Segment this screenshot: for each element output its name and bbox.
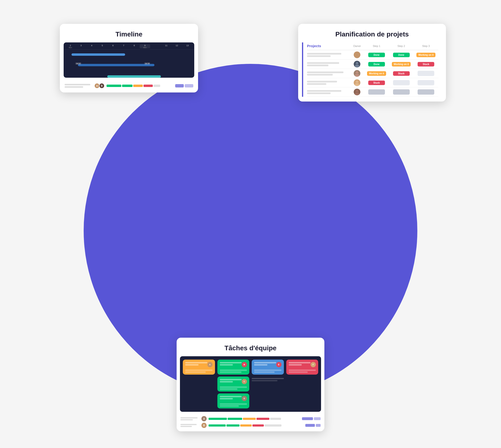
timeline-summary: A B bbox=[60, 80, 198, 93]
plan-cell-3-3 bbox=[414, 71, 438, 76]
day-col-8: 9 Mon bbox=[140, 44, 150, 48]
card-header-2a: B bbox=[220, 362, 247, 367]
svg-point-8 bbox=[356, 90, 358, 92]
ts-btn-2a[interactable] bbox=[305, 424, 315, 427]
card-avatar-4: F bbox=[310, 362, 316, 367]
status-stuck-2: Stuck bbox=[393, 71, 410, 76]
plan-row-1: Done Done Working on it bbox=[307, 50, 438, 60]
day-col-9 bbox=[150, 44, 161, 48]
bar-green-1 bbox=[107, 85, 121, 87]
plan-row-1-name bbox=[307, 53, 350, 57]
ts-bar-g4 bbox=[226, 424, 240, 427]
taches-title: Tâches d'équipe bbox=[177, 338, 324, 356]
ts-bars-1 bbox=[209, 418, 300, 420]
svg-point-2 bbox=[356, 62, 358, 64]
gantt-rows: Jul 12 Jul 19 bbox=[64, 51, 194, 75]
card-title-lines-4 bbox=[289, 362, 311, 366]
plan-cell-4-1: Stuck bbox=[364, 80, 389, 85]
ts-bars-2 bbox=[209, 424, 303, 427]
card-avatar-2c: D bbox=[242, 396, 247, 401]
ts-avatar-1: A bbox=[201, 416, 207, 421]
plan-row-2-owner bbox=[350, 61, 364, 67]
kanban-col-2: B C bbox=[217, 360, 250, 408]
planification-title: Planification de projets bbox=[298, 24, 446, 42]
bar-orange bbox=[133, 85, 143, 87]
card-title-lines-1 bbox=[185, 362, 207, 366]
plan-cell-3-1: Working on it bbox=[364, 71, 389, 76]
main-scene: Timeline 2 Mon 3 4 5 6 7 8 9 Mon 1 bbox=[36, 10, 465, 438]
day-col-10: 11 bbox=[161, 44, 172, 48]
bar-red bbox=[144, 85, 153, 87]
card-title-lines-2a bbox=[220, 362, 242, 366]
header-projects: Projects bbox=[307, 44, 350, 48]
kanban-card-4: F bbox=[286, 360, 318, 375]
day-col-11: 12 bbox=[172, 44, 182, 48]
day-col-12: 13 bbox=[182, 44, 193, 48]
taches-summary: A B bbox=[177, 415, 324, 431]
plan-cell-2-3: Stuck bbox=[414, 62, 438, 66]
plan-cell-2-1: Done bbox=[364, 62, 389, 66]
day-col-2: 3 bbox=[76, 44, 86, 48]
day-col-7: 8 bbox=[129, 44, 140, 48]
bar-green-2 bbox=[122, 85, 133, 87]
ts-btn-1a[interactable] bbox=[302, 417, 313, 420]
plan-row-5 bbox=[307, 87, 438, 97]
badge-empty-3 bbox=[418, 80, 434, 85]
ts-bar-o2 bbox=[240, 424, 252, 427]
plan-row-1-owner bbox=[350, 51, 364, 58]
svg-point-1 bbox=[355, 55, 359, 58]
plan-cell-1-2: Done bbox=[389, 53, 414, 57]
svg-point-3 bbox=[355, 64, 359, 67]
plan-avatar-4 bbox=[354, 79, 360, 86]
gantt-bar-1 bbox=[71, 53, 125, 56]
card-title-lines-2c bbox=[220, 396, 242, 400]
plan-cell-2-2: Working on it bbox=[389, 62, 414, 66]
card-title-lines-2b bbox=[220, 379, 242, 383]
status-stuck-1: Stuck bbox=[418, 62, 434, 66]
timeline-card: Timeline 2 Mon 3 4 5 6 7 8 9 Mon 1 bbox=[60, 24, 198, 93]
ts-bar-g3 bbox=[209, 424, 226, 427]
ts-nav-1 bbox=[302, 417, 321, 420]
plan-cell-4-3 bbox=[414, 80, 438, 85]
card-header-2b: C bbox=[220, 379, 247, 384]
ts-nav-2 bbox=[305, 424, 321, 427]
plan-row-2: Done Working on it Stuck bbox=[307, 60, 438, 69]
plan-row-3-owner bbox=[350, 70, 364, 77]
plan-table-wrapper: Projects Owner Step 1 Step 2 Step 3 bbox=[302, 42, 442, 97]
taches-summary-row-2: B bbox=[180, 423, 321, 428]
kanban-board: A B bbox=[180, 356, 321, 412]
status-working-3: Working on it bbox=[367, 71, 386, 76]
card-body-2a bbox=[220, 369, 247, 373]
nav-btn-1[interactable] bbox=[175, 84, 184, 87]
ts-btn-2b[interactable] bbox=[316, 424, 321, 427]
plan-row-3: Working on it Stuck bbox=[307, 69, 438, 78]
bar-gray bbox=[153, 85, 160, 87]
plan-cell-5-3 bbox=[414, 89, 438, 95]
svg-point-7 bbox=[355, 83, 359, 86]
card-title-lines-3 bbox=[254, 362, 276, 366]
header-step2: Step 2 bbox=[389, 45, 414, 48]
kanban-col-3: E bbox=[252, 360, 284, 408]
badge-light-1 bbox=[368, 89, 385, 95]
ts-bar-gr2 bbox=[265, 424, 282, 427]
svg-point-9 bbox=[355, 93, 359, 95]
plan-row-2-name bbox=[307, 62, 350, 66]
plan-cell-1-1: Done bbox=[364, 53, 389, 57]
badge-empty-2 bbox=[393, 80, 410, 85]
status-stuck-3: Stuck bbox=[368, 80, 385, 85]
kanban-card-2c: D bbox=[217, 393, 250, 408]
ts-avatar-2: B bbox=[201, 423, 207, 428]
timeline-nav-buttons bbox=[175, 84, 193, 87]
svg-point-5 bbox=[355, 74, 359, 77]
plan-avatar-3 bbox=[354, 70, 360, 77]
plan-cell-5-2 bbox=[389, 89, 414, 95]
ts-btn-1b[interactable] bbox=[314, 417, 321, 420]
card-header-4: F bbox=[289, 362, 316, 367]
card-header-2c: D bbox=[220, 396, 247, 401]
summary-line-2 bbox=[65, 86, 83, 88]
badge-light-2 bbox=[393, 89, 410, 95]
card-body-3 bbox=[254, 369, 281, 373]
nav-btn-2[interactable] bbox=[185, 84, 193, 87]
plan-table-header: Projects Owner Step 1 Step 2 Step 3 bbox=[307, 42, 438, 50]
svg-point-4 bbox=[356, 71, 358, 74]
